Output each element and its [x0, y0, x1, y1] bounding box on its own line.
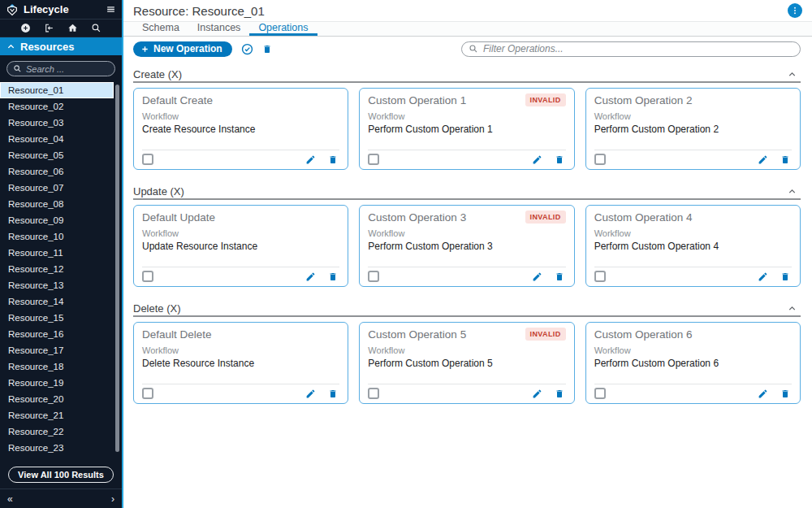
resource-list-item[interactable]: Resource_22 — [0, 423, 122, 440]
app-logo-icon — [6, 3, 19, 16]
delete-icon[interactable] — [328, 271, 338, 282]
card-actions — [758, 271, 792, 282]
resource-list-item[interactable]: Resource_18 — [0, 358, 122, 375]
scrollbar-thumb[interactable] — [115, 85, 119, 452]
edit-icon[interactable] — [758, 389, 768, 399]
search-icon — [13, 64, 22, 73]
card-checkbox[interactable] — [594, 388, 606, 399]
edit-icon[interactable] — [305, 271, 316, 282]
card-checkbox[interactable] — [368, 271, 379, 282]
workflow-label: Workflow — [142, 111, 339, 121]
sidebar-search-input[interactable] — [26, 64, 109, 74]
delete-icon[interactable] — [780, 389, 790, 399]
edit-icon[interactable] — [532, 389, 542, 399]
operation-title: Custom Operation 2 — [594, 94, 693, 106]
resource-list-item[interactable]: Resource_08 — [0, 196, 122, 212]
resource-list-item[interactable]: Resource_02 — [0, 98, 122, 115]
sidebar-search-container — [0, 55, 122, 80]
sidebar-footer: « › — [0, 488, 122, 508]
delete-icon[interactable] — [328, 389, 338, 399]
delete-icon[interactable] — [262, 44, 272, 54]
workflow-label: Workflow — [142, 228, 339, 238]
resource-list-item[interactable]: Resource_14 — [0, 293, 122, 310]
tab-bar: SchemaInstancesOperations — [123, 21, 812, 37]
workflow-label: Workflow — [594, 228, 792, 238]
chevron-up-icon[interactable] — [787, 69, 797, 80]
card-footer — [368, 267, 565, 282]
resource-list-item[interactable]: Resource_16 — [0, 326, 122, 342]
card-footer — [594, 267, 792, 282]
resource-list-item[interactable]: Resource_12 — [0, 261, 122, 277]
card-checkbox[interactable] — [142, 154, 153, 165]
filter-operations-input[interactable] — [483, 43, 793, 54]
new-operation-button[interactable]: New Operation — [133, 41, 232, 57]
resource-list-item[interactable]: Resource_15 — [0, 310, 122, 326]
delete-icon[interactable] — [780, 271, 790, 282]
delete-icon[interactable] — [555, 154, 564, 165]
resource-list-item[interactable]: Resource_04 — [0, 131, 122, 147]
resource-list-item[interactable]: Resource_17 — [0, 342, 122, 358]
resource-list-item[interactable]: Resource_05 — [0, 147, 122, 163]
delete-icon[interactable] — [780, 154, 790, 165]
search-icon — [469, 44, 478, 54]
operation-card: Default Delete Workflow Delete Resource … — [133, 322, 348, 404]
card-header: Custom Operation 6 — [594, 328, 792, 341]
delete-icon[interactable] — [555, 271, 564, 282]
resource-list-item[interactable]: Resource_01 — [0, 82, 114, 98]
resource-list-item[interactable]: Resource_13 — [0, 277, 122, 293]
collapse-sidebar-button[interactable]: « — [7, 493, 13, 505]
card-checkbox[interactable] — [142, 271, 153, 282]
edit-icon[interactable] — [305, 154, 316, 165]
resource-list-item[interactable]: Resource_07 — [0, 180, 122, 196]
main-panel: Resource: Resource_01 SchemaInstancesOpe… — [123, 0, 812, 508]
card-header: Default Create — [142, 94, 339, 106]
resources-section-header[interactable]: Resources — [0, 37, 122, 55]
invalid-badge: INVALID — [525, 93, 566, 106]
resource-list-item[interactable]: Resource_06 — [0, 163, 122, 180]
resource-list-item[interactable]: Resource_20 — [0, 391, 122, 407]
home-icon[interactable] — [67, 23, 78, 33]
filter-operations-box[interactable] — [461, 41, 801, 57]
resource-list-item[interactable]: Resource_10 — [0, 228, 122, 245]
resource-list-item[interactable]: Resource_03 — [0, 115, 122, 131]
card-header: Custom Operation 3 INVALID — [368, 211, 565, 224]
workflow-label: Workflow — [368, 228, 565, 238]
tab-operations[interactable]: Operations — [249, 22, 317, 36]
card-footer — [142, 150, 339, 165]
edit-icon[interactable] — [532, 154, 542, 165]
delete-icon[interactable] — [328, 154, 338, 165]
chevron-up-icon[interactable] — [787, 186, 797, 197]
card-checkbox[interactable] — [368, 388, 379, 399]
edit-icon[interactable] — [758, 154, 768, 165]
resource-list-item[interactable]: Resource_11 — [0, 245, 122, 261]
tab-schema[interactable]: Schema — [133, 22, 188, 36]
card-checkbox[interactable] — [368, 154, 379, 165]
logout-icon[interactable] — [44, 23, 54, 33]
delete-icon[interactable] — [555, 389, 564, 399]
resource-list-item[interactable]: Resource_09 — [0, 212, 122, 228]
tab-instances[interactable]: Instances — [188, 22, 250, 36]
edit-icon[interactable] — [532, 271, 542, 282]
view-all-results-button[interactable]: View All 100 Results — [8, 467, 114, 483]
search-icon[interactable] — [91, 23, 102, 33]
info-button[interactable] — [788, 3, 802, 18]
card-checkbox[interactable] — [142, 388, 153, 399]
card-checkbox[interactable] — [594, 154, 606, 165]
resource-list-item[interactable]: Resource_19 — [0, 375, 122, 391]
edit-icon[interactable] — [305, 389, 316, 399]
app-title: Lifecycle — [24, 3, 101, 15]
sidebar-search-box[interactable] — [6, 61, 115, 76]
add-icon[interactable] — [20, 23, 31, 33]
card-actions — [758, 154, 792, 165]
workflow-value: Perform Custom Operation 6 — [594, 358, 792, 369]
edit-icon[interactable] — [758, 271, 768, 282]
workflow-label: Workflow — [594, 345, 792, 355]
card-header: Default Delete — [142, 328, 339, 341]
resource-list-item[interactable]: Resource_23 — [0, 440, 122, 456]
expand-sidebar-button[interactable]: › — [111, 493, 114, 505]
validate-icon[interactable] — [241, 43, 253, 55]
resource-list-item[interactable]: Resource_21 — [0, 407, 122, 423]
chevron-up-icon[interactable] — [787, 303, 797, 314]
hamburger-menu-icon[interactable] — [106, 4, 116, 15]
card-checkbox[interactable] — [594, 271, 606, 282]
